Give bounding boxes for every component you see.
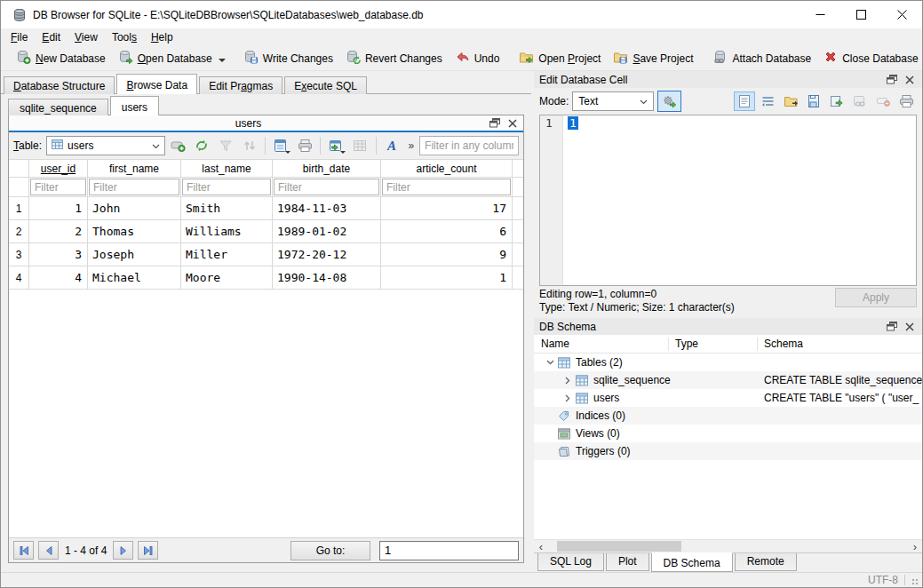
column-header-user-id[interactable]: user_id — [29, 160, 88, 178]
title-bar[interactable]: DB Browser for SQLite - E:\SQLiteDBBrows… — [1, 1, 922, 28]
row-number[interactable]: 3 — [9, 243, 29, 266]
column-header-birth-date[interactable]: birth_date — [273, 160, 381, 178]
link-data-button[interactable] — [849, 91, 871, 111]
column-header-first-name[interactable]: first_name — [88, 160, 181, 178]
tree-item-triggers[interactable]: Triggers (0) — [534, 442, 922, 460]
menu-edit[interactable]: Edit — [35, 29, 68, 46]
column-header-article-count[interactable]: article_count — [381, 160, 513, 178]
word-wrap-button[interactable] — [757, 91, 778, 111]
tab-users[interactable]: users — [110, 96, 159, 115]
attach-database-button[interactable]: Attach Database — [706, 47, 817, 69]
grid-cell[interactable]: Williams — [181, 220, 273, 243]
refresh-button[interactable] — [191, 135, 213, 156]
grid-cell[interactable]: 1 — [381, 266, 513, 290]
menu-tools[interactable]: Tools — [105, 29, 144, 46]
save-project-button[interactable]: Save Project — [607, 47, 699, 69]
sort-button[interactable] — [238, 135, 260, 156]
tab-remote[interactable]: Remote — [735, 553, 797, 571]
filter-button[interactable] — [215, 135, 237, 156]
grid-cell[interactable]: 17 — [381, 197, 513, 220]
import-file-button[interactable] — [780, 91, 801, 111]
save-table-button[interactable] — [270, 135, 292, 156]
insert-record-button[interactable] — [167, 135, 189, 156]
row-number[interactable]: 4 — [9, 266, 29, 290]
auto-apply-button[interactable] — [657, 91, 681, 112]
tree-item-indices[interactable]: Indices (0) — [534, 407, 922, 425]
grid-cell[interactable]: 1984-11-03 — [273, 197, 381, 220]
print-cell-button[interactable] — [895, 91, 917, 111]
goto-record-input[interactable] — [379, 541, 519, 560]
filter-input-birth-date[interactable] — [274, 179, 379, 195]
grid-cell[interactable]: Miller — [181, 243, 273, 266]
tab-browse-data[interactable]: Browse Data — [116, 74, 197, 94]
grid-cell[interactable]: 1 — [29, 197, 88, 220]
open-project-button[interactable]: Open Project — [513, 47, 607, 69]
filter-input-user-id[interactable] — [30, 179, 86, 195]
tab-sql-log[interactable]: SQL Log — [537, 553, 604, 571]
grid-cell[interactable]: 4 — [29, 266, 88, 290]
column-header-name[interactable]: Name — [534, 338, 669, 351]
first-record-button[interactable] — [13, 541, 34, 560]
filter-input-article-count[interactable] — [382, 179, 511, 195]
close-panel-icon[interactable] — [903, 74, 917, 86]
tab-execute-sql[interactable]: Execute SQL — [284, 76, 367, 94]
tree-item-views[interactable]: Views (0) — [534, 425, 922, 442]
goto-button[interactable]: Go to: — [290, 541, 370, 560]
grid-cell[interactable]: 6 — [381, 220, 513, 243]
row-number[interactable]: 1 — [9, 197, 29, 220]
float-panel-icon[interactable] — [885, 321, 899, 333]
filter-any-column-input[interactable] — [419, 136, 519, 155]
maximize-button[interactable] — [840, 1, 881, 28]
corner-header-cell[interactable] — [9, 160, 29, 178]
float-window-icon[interactable] — [488, 117, 502, 130]
export-file-button[interactable] — [803, 91, 824, 111]
grid-cell[interactable]: 3 — [29, 243, 88, 266]
tab-edit-pragmas[interactable]: Edit Pragmas — [199, 76, 282, 94]
grid-cell[interactable]: Thomas — [88, 220, 181, 243]
menu-help[interactable]: Help — [144, 29, 180, 46]
chevron-right-icon[interactable] — [561, 394, 575, 402]
scrollbar-thumb[interactable] — [557, 541, 681, 552]
tree-item-tables[interactable]: Tables (2) — [534, 354, 922, 371]
undo-button[interactable]: Undo — [449, 47, 506, 69]
tab-db-schema[interactable]: DB Schema — [651, 552, 733, 572]
apply-button[interactable]: Apply — [835, 288, 917, 307]
editor-content[interactable]: 1 — [563, 115, 578, 285]
grid-cell[interactable]: Moore — [181, 266, 273, 290]
text-mode-button[interactable] — [734, 91, 755, 111]
open-database-dropdown-arrow[interactable] — [219, 59, 226, 62]
next-record-button[interactable] — [113, 541, 133, 560]
close-panel-icon[interactable] — [903, 321, 917, 333]
tree-item-sqlite-sequence[interactable]: sqlite_sequence CREATE TABLE sqlite_sequ… — [534, 371, 922, 389]
grid-cell[interactable]: 1989-01-02 — [273, 220, 381, 243]
grid-cell[interactable]: 1972-20-12 — [273, 243, 381, 266]
row-number[interactable]: 2 — [9, 220, 29, 243]
toolbar-overflow-button[interactable]: » — [404, 139, 418, 152]
horizontal-scrollbar[interactable]: ‹ › — [534, 539, 922, 552]
grid-cell[interactable]: Michael — [88, 266, 181, 290]
column-header-type[interactable]: Type — [669, 338, 758, 351]
minimize-button[interactable] — [800, 1, 840, 28]
grid-view-button[interactable] — [349, 135, 371, 156]
last-record-button[interactable] — [138, 541, 158, 560]
grid-cell[interactable]: John — [88, 197, 181, 220]
write-changes-button[interactable]: Write Changes — [237, 47, 339, 69]
close-database-button[interactable]: Close Database — [817, 47, 923, 69]
insert-values-button[interactable] — [325, 135, 347, 156]
apply-data-button[interactable] — [826, 91, 847, 111]
scrollbar-track[interactable] — [548, 540, 908, 552]
grid-cell[interactable]: 1990-14-08 — [273, 266, 381, 290]
column-header-last-name[interactable]: last_name — [181, 160, 273, 178]
menu-file[interactable]: File — [4, 29, 35, 46]
menu-view[interactable]: View — [68, 29, 105, 46]
grid-cell[interactable]: Smith — [181, 197, 273, 220]
close-window-icon[interactable] — [505, 117, 520, 130]
chevron-down-icon[interactable] — [543, 360, 557, 365]
float-panel-icon[interactable] — [885, 74, 899, 86]
close-button[interactable] — [881, 1, 922, 28]
grid-cell[interactable]: 9 — [381, 243, 513, 266]
cell-editor[interactable]: 1 1 — [539, 115, 917, 286]
filter-input-first-name[interactable] — [89, 179, 179, 195]
tab-plot[interactable]: Plot — [606, 553, 649, 571]
tree-item-users[interactable]: users CREATE TABLE "users" ( "user_ — [534, 389, 922, 407]
